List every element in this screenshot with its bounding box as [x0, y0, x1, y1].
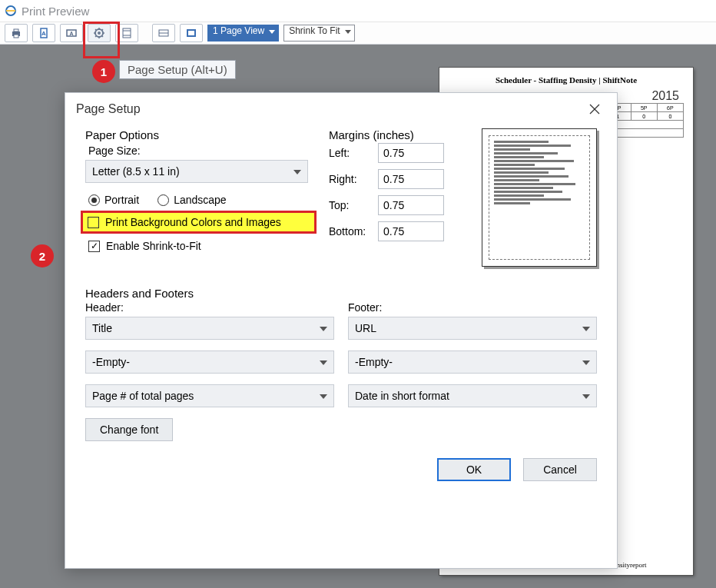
svg-line-17: [102, 29, 104, 31]
shrink-label: Enable Shrink-to-Fit: [106, 240, 201, 252]
margin-bottom-label: Bottom:: [329, 225, 372, 238]
headers-footers-label: Headers and Footers: [85, 287, 597, 300]
paper-options-label: Paper Options: [85, 128, 312, 141]
page-size-value: Letter (8.5 x 11 in): [92, 165, 180, 178]
footer-1-value: URL: [355, 322, 376, 334]
page-view-value: 1 Page View: [213, 25, 264, 36]
zoom-select[interactable]: Shrink To Fit: [283, 25, 354, 42]
header-label: Header:: [85, 301, 334, 314]
page-size-label: Page Size:: [88, 145, 312, 157]
footer-1-select[interactable]: URL: [348, 317, 597, 340]
preview-header: Scheduler - Staffing Density | ShiftNote: [449, 75, 684, 85]
checkbox-off-icon: [88, 217, 99, 228]
ie-icon: [5, 5, 17, 17]
radio-on-icon: [88, 194, 100, 206]
header-2-value: -Empty-: [92, 356, 130, 368]
full-width-button[interactable]: [152, 24, 175, 42]
cancel-label: Cancel: [543, 463, 577, 476]
footer-3-value: Date in short format: [355, 390, 449, 402]
page-size-select[interactable]: Letter (8.5 x 11 in): [85, 160, 308, 183]
svg-line-16: [95, 36, 97, 38]
radio-off-icon: [157, 194, 169, 206]
svg-text:A: A: [69, 31, 73, 36]
window-titlebar: Print Preview: [0, 0, 716, 22]
margin-right-input[interactable]: [378, 169, 444, 189]
toolbar: A A 1 Page View Shrink To Fit: [0, 22, 716, 45]
caret-down-icon: [582, 327, 590, 331]
footer-2-value: -Empty-: [355, 356, 393, 368]
caret-down-icon: [345, 30, 351, 34]
page-setup-tooltip: Page Setup (Alt+U): [119, 60, 236, 79]
margins-label: Margins (inches): [329, 128, 465, 141]
caret-down-icon: [320, 327, 327, 331]
svg-rect-24: [188, 31, 194, 35]
footer-2-select[interactable]: -Empty-: [348, 350, 597, 374]
footer-3-select[interactable]: Date in short format: [348, 384, 597, 407]
print-background-checkbox[interactable]: Print Background Colors and Images: [88, 216, 310, 228]
portrait-label: Portrait: [104, 194, 139, 206]
caret-down-icon: [582, 394, 590, 399]
footer-label: Footer:: [348, 301, 597, 314]
margin-left-label: Left:: [329, 147, 372, 159]
cancel-button[interactable]: Cancel: [523, 458, 597, 481]
zoom-value: Shrink To Fit: [289, 25, 340, 36]
svg-line-15: [102, 36, 104, 38]
svg-point-9: [98, 32, 101, 35]
headers-toggle-button[interactable]: [115, 24, 138, 42]
margin-left-input[interactable]: [378, 143, 444, 163]
landscape-button[interactable]: A: [60, 24, 83, 42]
svg-rect-3: [14, 35, 18, 38]
header-3-value: Page # of total pages: [92, 390, 194, 402]
margin-right-label: Right:: [329, 173, 372, 185]
caret-down-icon: [320, 394, 327, 399]
window-title: Print Preview: [22, 5, 89, 18]
margin-top-input[interactable]: [378, 195, 444, 215]
portrait-button[interactable]: A: [32, 24, 55, 42]
caret-down-icon: [293, 170, 301, 174]
margin-top-label: Top:: [329, 199, 372, 211]
svg-text:A: A: [41, 30, 46, 37]
header-1-value: Title: [92, 322, 112, 334]
header-3-select[interactable]: Page # of total pages: [85, 384, 334, 407]
annotation-badge-1: 1: [92, 60, 115, 83]
change-font-label: Change font: [100, 424, 158, 436]
header-1-select[interactable]: Title: [85, 317, 334, 340]
change-font-button[interactable]: Change font: [85, 418, 173, 441]
print-button[interactable]: [5, 24, 28, 42]
caret-down-icon: [320, 360, 327, 365]
checkbox-on-icon: ✓: [88, 241, 100, 252]
dialog-titlebar: Page Setup: [65, 93, 617, 125]
orientation-landscape-radio[interactable]: Landscape: [157, 194, 227, 206]
svg-rect-2: [14, 29, 18, 32]
annotation-highlight-2: Print Background Colors and Images: [81, 211, 317, 234]
dialog-close-button[interactable]: [583, 98, 606, 121]
landscape-label: Landscape: [174, 194, 227, 206]
svg-rect-18: [123, 28, 131, 38]
header-2-select[interactable]: -Empty-: [85, 350, 334, 374]
dialog-title: Page Setup: [76, 102, 141, 116]
page-setup-dialog: Page Setup Paper Options Page Size: Lett…: [65, 92, 618, 569]
svg-line-14: [95, 29, 97, 31]
print-background-label: Print Background Colors and Images: [105, 216, 281, 228]
orientation-portrait-radio[interactable]: Portrait: [88, 194, 139, 206]
shrink-to-fit-checkbox[interactable]: ✓Enable Shrink-to-Fit: [88, 240, 312, 252]
page-thumbnail: [482, 128, 597, 267]
page-view-select[interactable]: 1 Page View: [207, 25, 279, 42]
ok-button[interactable]: OK: [437, 458, 511, 481]
margin-bottom-input[interactable]: [378, 221, 444, 241]
caret-down-icon: [582, 360, 590, 365]
annotation-badge-2: 2: [31, 244, 54, 267]
ok-label: OK: [466, 463, 482, 476]
page-setup-button[interactable]: [88, 24, 111, 42]
full-page-button[interactable]: [180, 24, 203, 42]
caret-down-icon: [269, 30, 275, 34]
